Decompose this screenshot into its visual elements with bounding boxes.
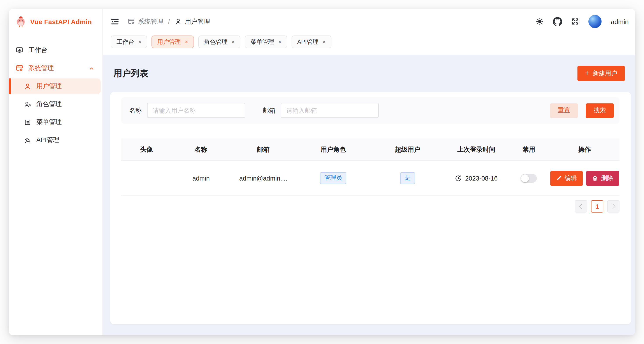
table-header-row: 头像 名称 邮箱 用户角色 超级用户 上次登录时间 禁用 操作 — [121, 139, 620, 161]
reset-button[interactable]: 重置 — [550, 103, 578, 118]
breadcrumb: 系统管理 / 用户管理 — [128, 17, 210, 26]
tab-label: 菜单管理 — [251, 38, 274, 46]
create-user-button[interactable]: + 新建用户 — [578, 66, 625, 81]
column-header-avatar: 头像 — [121, 145, 172, 154]
create-user-label: 新建用户 — [593, 70, 617, 77]
chevron-up-icon — [88, 65, 94, 71]
filter-bar: 名称 邮箱 重置 搜索 — [121, 97, 620, 124]
breadcrumb-separator: / — [168, 18, 170, 25]
sidebar-item-workbench[interactable]: 工作台 — [9, 42, 102, 58]
page-header: 用户列表 + 新建用户 — [110, 55, 631, 92]
users-table: 头像 名称 邮箱 用户角色 超级用户 上次登录时间 禁用 操作 admin — [121, 139, 620, 196]
name-filter-input[interactable] — [147, 103, 245, 118]
content-area: 系统管理 / 用户管理 — [103, 9, 635, 335]
sidebar-item-label: 系统管理 — [28, 64, 54, 72]
chevron-right-icon — [610, 204, 615, 209]
tab-menus[interactable]: 菜单管理 × — [245, 36, 287, 48]
topbar-actions: admin — [536, 15, 629, 28]
user-list-card: 名称 邮箱 重置 搜索 头像 名称 邮箱 — [110, 92, 631, 324]
desktop-background: Vue FastAPI Admin 工作台 — [0, 0, 644, 344]
trash-icon — [592, 175, 598, 181]
sidebar-item-users[interactable]: 用户管理 — [9, 78, 101, 94]
cell-actions: 编辑 — [550, 171, 620, 186]
menu-fold-icon[interactable] — [111, 17, 119, 26]
disabled-toggle[interactable] — [521, 174, 537, 183]
email-filter-input[interactable] — [281, 103, 379, 118]
column-header-role: 用户角色 — [296, 145, 370, 154]
topbar: 系统管理 / 用户管理 — [103, 9, 635, 55]
username[interactable]: admin — [611, 18, 629, 25]
page-title: 用户列表 — [114, 68, 148, 79]
column-header-name: 名称 — [172, 145, 231, 154]
column-header-last-login: 上次登录时间 — [444, 145, 508, 154]
plus-icon: + — [585, 69, 589, 78]
sidebar-item-label: 用户管理 — [36, 82, 62, 90]
sidebar-item-api[interactable]: API管理 — [9, 132, 102, 148]
name-filter-label: 名称 — [129, 106, 142, 115]
pagination-next-button[interactable] — [607, 200, 620, 213]
column-header-email: 邮箱 — [230, 145, 296, 154]
cell-superuser: 是 — [370, 172, 444, 184]
breadcrumb-item-users[interactable]: 用户管理 — [175, 17, 210, 26]
cell-disabled — [508, 174, 550, 183]
sidebar-menu: 工作台 — [9, 41, 102, 149]
superuser-tag: 是 — [400, 172, 415, 184]
github-icon[interactable] — [553, 17, 562, 26]
sidebar-item-label: API管理 — [36, 136, 59, 144]
user-avatar[interactable] — [588, 15, 602, 28]
app-logo[interactable]: Vue FastAPI Admin — [9, 9, 102, 32]
tab-api[interactable]: API管理 × — [292, 36, 332, 48]
app-title: Vue FastAPI Admin — [30, 18, 92, 25]
tab-close-icon[interactable]: × — [278, 39, 282, 45]
pagination-prev-button[interactable] — [575, 200, 587, 213]
column-header-actions: 操作 — [550, 145, 620, 154]
tab-label: 工作台 — [116, 38, 134, 46]
tab-users[interactable]: 用户管理 × — [152, 36, 194, 48]
tab-close-icon[interactable]: × — [232, 39, 235, 45]
tab-close-icon[interactable]: × — [138, 39, 142, 45]
last-login-value: 2023-08-16 — [465, 175, 498, 182]
sidebar: Vue FastAPI Admin 工作台 — [9, 9, 103, 335]
sun-icon[interactable] — [536, 18, 544, 26]
breadcrumb-label: 用户管理 — [185, 17, 210, 26]
user-icon — [24, 83, 31, 90]
sidebar-item-menus[interactable]: 菜单管理 — [9, 114, 102, 130]
edit-button[interactable]: 编辑 — [550, 171, 582, 186]
tab-close-icon[interactable]: × — [185, 39, 188, 45]
role-tag: 管理员 — [320, 172, 346, 184]
list-icon — [24, 119, 31, 126]
pagination-page-1[interactable]: 1 — [591, 200, 603, 213]
edit-label: 编辑 — [564, 174, 577, 182]
clock-history-icon — [455, 175, 462, 182]
tab-workbench[interactable]: 工作台 × — [111, 36, 147, 48]
table-row: admin admin@admin.... 管理员 是 — [121, 161, 620, 196]
user-role-icon — [24, 101, 31, 108]
breadcrumb-label: 系统管理 — [138, 17, 163, 26]
delete-button[interactable]: 删除 — [586, 171, 619, 186]
tab-label: 用户管理 — [157, 38, 181, 46]
search-button[interactable]: 搜索 — [586, 103, 614, 118]
tab-label: API管理 — [297, 38, 319, 46]
chick-logo-icon — [15, 16, 27, 27]
sidebar-item-roles[interactable]: 角色管理 — [9, 96, 102, 112]
sidebar-item-label: 工作台 — [28, 46, 48, 54]
tab-label: 角色管理 — [204, 38, 228, 46]
sidebar-item-label: 菜单管理 — [36, 118, 62, 126]
page-body: 用户列表 + 新建用户 名称 邮箱 重置 搜索 — [103, 55, 635, 335]
breadcrumb-item-system[interactable]: 系统管理 — [128, 17, 163, 26]
column-header-disabled: 禁用 — [508, 145, 550, 154]
cell-role: 管理员 — [296, 172, 370, 184]
breadcrumb-row: 系统管理 / 用户管理 — [103, 9, 635, 34]
expand-icon[interactable] — [571, 18, 579, 26]
monitor-icon — [16, 47, 23, 54]
sidebar-item-system[interactable]: 系统管理 — [9, 60, 102, 76]
tab-roles[interactable]: 角色管理 × — [198, 36, 240, 48]
sidebar-item-label: 角色管理 — [36, 100, 62, 108]
tab-close-icon[interactable]: × — [322, 39, 326, 45]
cell-email: admin@admin.... — [230, 175, 296, 182]
toggle-thumb — [521, 174, 529, 182]
app-window: Vue FastAPI Admin 工作台 — [9, 9, 635, 335]
window-gear-icon — [16, 64, 23, 72]
column-header-superuser: 超级用户 — [370, 145, 444, 154]
user-icon — [175, 18, 182, 25]
